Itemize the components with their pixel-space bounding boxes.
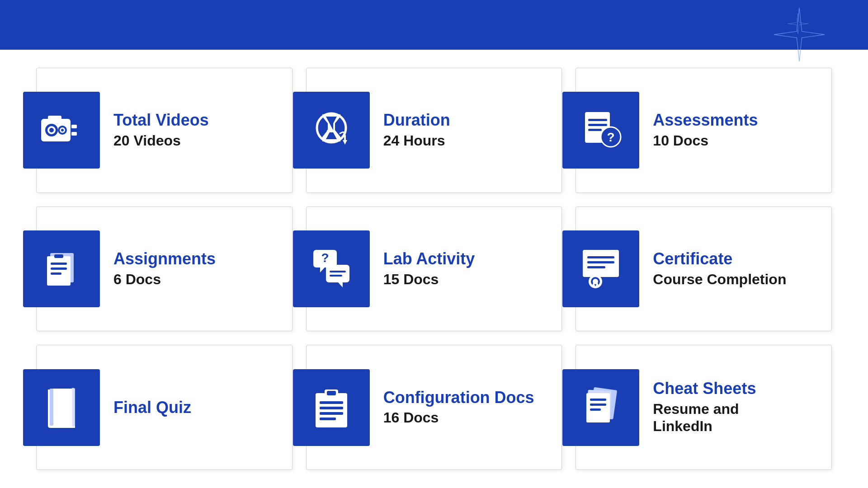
assignments-value: 6 Docs [113,271,216,288]
duration-icon [293,92,370,169]
card-total-videos: Total Videos 20 Videos [36,68,292,193]
final-quiz-label: Final Quiz [113,399,191,417]
cheat-sheets-icon [562,369,639,446]
svg-rect-43 [320,412,343,415]
svg-rect-7 [71,125,77,128]
svg-rect-47 [586,393,610,422]
svg-rect-15 [588,119,607,121]
svg-rect-41 [320,401,343,404]
main-content: Total Videos 20 Videos Duration 24 Hours [0,50,868,488]
svg-rect-21 [47,256,71,286]
card-certificate: Certificate Course Completion [576,206,832,332]
final-quiz-icon [23,369,100,446]
svg-rect-9 [48,116,61,120]
certificate-icon [562,230,639,307]
assignments-icon [23,230,100,307]
svg-rect-16 [588,124,607,126]
svg-rect-48 [590,399,606,401]
card-final-quiz: Final Quiz [36,345,292,470]
configuration-docs-label: Configuration Docs [383,389,534,407]
final-quiz-text: Final Quiz [113,399,191,417]
svg-rect-27 [330,271,346,272]
certificate-text: Certificate Course Completion [653,250,786,288]
svg-rect-42 [320,407,343,409]
assessments-icon: ? [562,92,639,169]
assignments-text: Assignments 6 Docs [113,250,216,288]
card-configuration-docs: Configuration Docs 16 Docs [306,345,562,470]
certificate-label: Certificate [653,250,786,268]
lab-activity-text: Lab Activity 15 Docs [383,250,475,288]
svg-point-3 [49,128,54,132]
card-assessments: ? Assessments 10 Docs [576,68,832,193]
svg-rect-36 [50,389,75,426]
svg-rect-49 [590,404,606,406]
svg-rect-24 [51,272,61,275]
configuration-docs-icon [293,369,370,446]
svg-rect-23 [51,267,67,270]
svg-rect-17 [588,129,602,131]
total-videos-text: Total Videos 20 Videos [113,111,209,149]
svg-rect-30 [587,256,614,258]
assessments-text: Assessments 10 Docs [653,111,758,149]
total-videos-label: Total Videos [113,111,209,129]
total-videos-value: 20 Videos [113,132,209,149]
cards-grid: Total Videos 20 Videos Duration 24 Hours [36,68,832,470]
card-lab-activity: ? Lab Activity 15 Docs [306,206,562,332]
cheat-sheets-label: Cheat Sheets [653,380,756,398]
cheat-sheets-value: Resume andLinkedIn [653,400,756,435]
assessments-value: 10 Docs [653,132,758,149]
svg-text:?: ? [607,130,615,144]
duration-label: Duration [383,111,450,129]
lab-activity-icon: ? [293,230,370,307]
total-videos-icon [23,92,100,169]
assignments-label: Assignments [113,250,216,268]
svg-rect-32 [587,266,605,268]
card-duration: Duration 24 Hours [306,68,562,193]
duration-value: 24 Hours [383,132,450,149]
configuration-docs-text: Configuration Docs 16 Docs [383,389,534,427]
card-assignments: Assignments 6 Docs [36,206,292,332]
svg-rect-28 [330,275,342,277]
svg-rect-37 [50,389,53,426]
svg-text:?: ? [321,251,329,265]
card-cheat-sheets: Cheat Sheets Resume andLinkedIn [576,345,832,470]
page-header [0,0,868,50]
lab-activity-label: Lab Activity [383,250,475,268]
svg-point-6 [61,129,64,131]
duration-text: Duration 24 Hours [383,111,450,149]
svg-rect-44 [320,418,336,420]
svg-rect-31 [587,261,614,263]
assessments-label: Assessments [653,111,758,129]
svg-rect-40 [327,391,336,395]
svg-rect-22 [51,263,67,265]
svg-rect-13 [344,135,346,141]
cheat-sheets-text: Cheat Sheets Resume andLinkedIn [653,380,756,435]
lab-activity-value: 15 Docs [383,271,475,288]
certificate-value: Course Completion [653,271,786,288]
svg-rect-8 [71,132,77,136]
svg-rect-38 [316,393,347,427]
svg-rect-50 [590,408,601,411]
configuration-docs-value: 16 Docs [383,409,534,426]
svg-rect-25 [54,254,63,258]
